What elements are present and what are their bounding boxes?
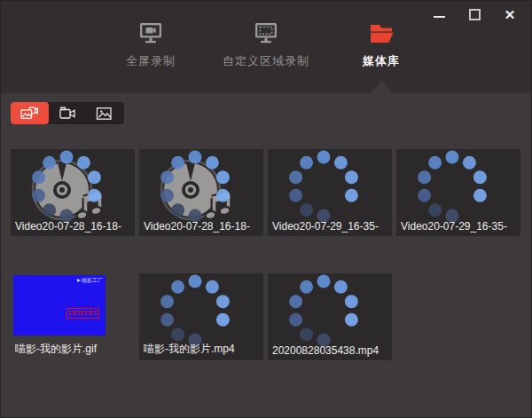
file-label: 20200828035438.mp4 <box>272 344 390 357</box>
red-stamp <box>66 308 99 319</box>
tab-media-library[interactable]: 媒体库 <box>328 19 434 69</box>
media-card[interactable]: Video20-07-28_16-18- <box>11 149 135 236</box>
watermark: 喵影工厂 <box>77 278 103 283</box>
media-card[interactable]: Video20-07-28_16-18- <box>139 149 263 236</box>
window-controls: ✕ <box>426 4 522 25</box>
folder-icon <box>367 19 395 47</box>
media-card[interactable]: 20200828035438.mp4 <box>268 273 392 360</box>
close-icon: ✕ <box>505 8 516 21</box>
filter-all-media-button[interactable] <box>11 102 49 124</box>
gif-thumbnail: 喵影工厂 <box>13 275 106 335</box>
video-camera-icon <box>59 106 76 121</box>
tab-label: 媒体库 <box>328 53 434 69</box>
loading-spinner-icon <box>289 275 358 347</box>
tab-fullscreen-record[interactable]: 全屏录制 <box>98 19 204 69</box>
media-card[interactable]: Video20-07-29_16-35- <box>396 149 520 236</box>
tab-label: 全屏录制 <box>98 53 204 69</box>
media-grid: Video20-07-28_16-18- Video20-07-28_16-18… <box>11 149 523 360</box>
file-label: Video20-07-29_16-35- <box>401 220 519 233</box>
loading-spinner-icon <box>418 151 487 223</box>
media-card[interactable]: 喵影-我的影片.mp4 <box>139 273 263 360</box>
close-button[interactable]: ✕ <box>497 4 522 25</box>
loading-spinner-icon <box>160 275 230 347</box>
filter-image-button[interactable] <box>86 102 124 124</box>
file-label: 喵影-我的影片.gif <box>15 342 133 357</box>
file-label: 喵影-我的影片.mp4 <box>144 342 262 357</box>
media-card[interactable]: Video20-07-29_16-35- <box>268 149 392 236</box>
tab-custom-region-record[interactable]: 自定义区域录制 <box>204 19 328 69</box>
loading-spinner-icon <box>289 151 358 223</box>
all-media-icon <box>20 106 38 121</box>
media-card[interactable]: 喵影工厂 喵影-我的影片.gif <box>11 273 135 360</box>
watermark-icon <box>77 279 81 282</box>
monitor-camera-icon <box>137 19 165 47</box>
filter-toolbar <box>11 102 124 124</box>
header: ✕ 全屏录制 自定义区域录制 <box>1 1 531 93</box>
filter-video-button[interactable] <box>49 102 87 124</box>
tab-label: 自定义区域录制 <box>204 53 328 69</box>
maximize-button[interactable] <box>462 4 487 25</box>
file-label: Video20-07-29_16-35- <box>272 220 390 233</box>
app-window: ✕ 全屏录制 自定义区域录制 <box>0 0 532 418</box>
image-icon <box>96 106 113 121</box>
file-label: Video20-07-28_16-18- <box>15 220 133 233</box>
maximize-icon <box>469 9 481 20</box>
monitor-region-icon <box>252 19 280 47</box>
minimize-icon <box>434 16 445 18</box>
file-label: Video20-07-28_16-18- <box>144 220 262 233</box>
active-tab-caret <box>371 81 394 93</box>
